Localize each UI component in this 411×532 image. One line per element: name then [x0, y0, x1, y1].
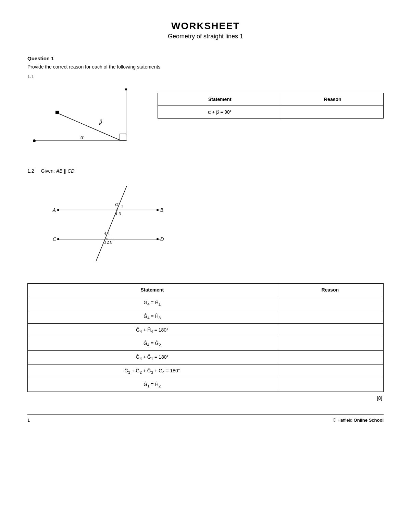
table-row: Ĝ4 + Ĝ1 = 180° [28, 351, 384, 364]
svg-text:B: B [160, 208, 163, 213]
table-1-1: Statement Reason α + β = 90° [158, 93, 384, 119]
svg-line-19 [96, 186, 127, 261]
table-row: Ĝ4 = Ĝ2 [28, 337, 384, 351]
score: [8] [27, 395, 384, 401]
svg-text:×: × [116, 208, 118, 212]
brand-name: Online School [352, 418, 384, 423]
svg-rect-1 [120, 134, 126, 140]
section-1-1: α β Statement Reason α + β = 90° [27, 83, 384, 158]
svg-text:×: × [106, 237, 108, 241]
table-row: Ĝ1 = Ĥ2 [28, 378, 384, 392]
page-number: 1 [27, 418, 30, 423]
statement-reason-table-1-1: Statement Reason α + β = 90° [158, 93, 384, 119]
svg-rect-6 [55, 111, 59, 114]
footer-divider [27, 415, 384, 415]
reason-cell [277, 323, 383, 337]
statement-cell: Ĝ4 = Ĝ2 [28, 337, 277, 351]
col-statement-header: Statement [158, 93, 282, 106]
svg-text:α: α [80, 134, 84, 140]
statement-cell: Ĝ4 = Ĥ1 [28, 296, 277, 310]
table-row: Ĝ4 = Ĥ3 [28, 310, 384, 323]
reason-cell [277, 296, 383, 310]
col-reason-header: Reason [282, 93, 383, 106]
statement-cell: Ĝ1 = Ĥ2 [28, 378, 277, 392]
col-statement-header-2: Statement [28, 284, 277, 296]
svg-point-12 [157, 209, 159, 211]
svg-point-4 [125, 88, 127, 90]
table-row: Ĝ4 + Ĥ4 = 180° [28, 323, 384, 337]
svg-point-10 [57, 209, 59, 211]
svg-text:4: 4 [115, 211, 117, 216]
reason-cell [277, 378, 383, 392]
svg-text:β: β [99, 119, 102, 125]
reason-cell [282, 106, 383, 119]
table-1-2-container: Statement Reason Ĝ4 = Ĥ1 Ĝ4 = Ĥ3 Ĝ4 + Ĥ4… [27, 283, 384, 392]
svg-text:H: H [109, 240, 113, 245]
svg-point-15 [57, 238, 59, 240]
svg-text:G: G [115, 202, 118, 207]
statement-cell: α + β = 90° [158, 106, 282, 119]
svg-text:3: 3 [119, 211, 121, 216]
statement-cell: Ĝ1 + Ĝ2 + Ĝ3 + Ĝ4 = 180° [28, 364, 277, 378]
table-row: α + β = 90° [158, 106, 384, 119]
svg-text:C: C [53, 237, 56, 242]
footer-right: © Hatfield Online School [333, 418, 384, 423]
table-row: Ĝ1 + Ĝ2 + Ĝ3 + Ĝ4 = 180° [28, 364, 384, 378]
given-1-2: Given: AB ∥ CD [41, 168, 74, 174]
svg-text:D: D [160, 237, 164, 242]
page-subtitle: Geometry of straight lines 1 [27, 33, 384, 40]
col-reason-header-2: Reason [277, 284, 383, 296]
statement-reason-table-1-2: Statement Reason Ĝ4 = Ĥ1 Ĝ4 = Ĥ3 Ĝ4 + Ĥ4… [27, 283, 384, 392]
copyright-symbol: © Hatfield [333, 418, 352, 423]
reason-cell [277, 337, 383, 351]
diagram-1-1: α β [27, 83, 144, 158]
reason-cell [277, 310, 383, 323]
question-label: Question 1 [27, 55, 384, 61]
statement-cell: Ĝ4 + Ĥ4 = 180° [28, 323, 277, 337]
sub-label-1-2-container: 1.2 Given: AB ∥ CD [27, 168, 384, 174]
title-divider [27, 47, 384, 47]
statement-cell: Ĝ4 + Ĝ1 = 180° [28, 351, 277, 364]
svg-point-17 [157, 238, 159, 240]
sub-label-1-2: 1.2 [27, 168, 34, 174]
reason-cell [277, 364, 383, 378]
page-title: WORKSHEET [27, 21, 384, 32]
svg-point-2 [33, 139, 36, 142]
svg-text:2: 2 [121, 205, 123, 209]
table-row: Ĝ4 = Ĥ1 [28, 296, 384, 310]
question-instruction: Provide the correct reason for each of t… [27, 64, 384, 70]
statement-cell: Ĝ4 = Ĥ3 [28, 310, 277, 323]
svg-text:1: 1 [108, 231, 110, 236]
svg-line-5 [58, 113, 120, 140]
reason-cell [277, 351, 383, 364]
diagram-1-2: A B C D G 1 2 4 3 × 4 1 3 2 H × [48, 179, 178, 268]
sub-label-1-1: 1.1 [27, 74, 384, 79]
svg-text:4: 4 [104, 231, 106, 236]
svg-text:A: A [52, 208, 56, 213]
footer: 1 © Hatfield Online School [27, 418, 384, 423]
svg-text:1: 1 [118, 201, 120, 205]
